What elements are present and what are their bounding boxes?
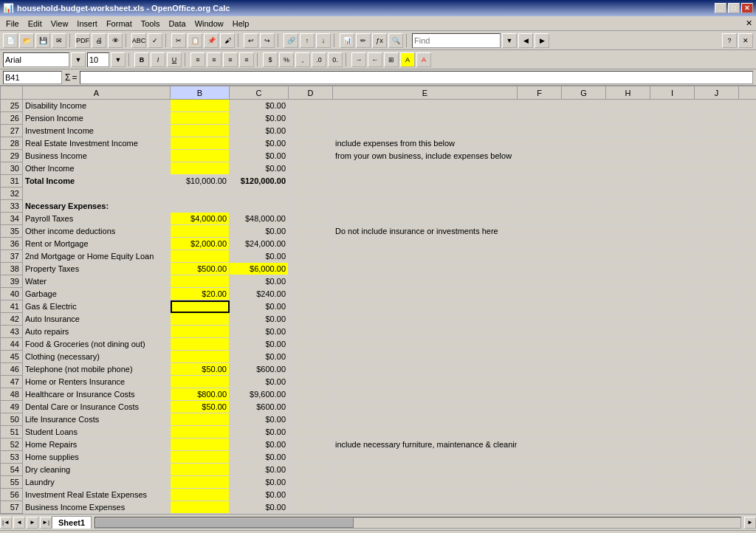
menu-help[interactable]: Help <box>228 18 254 30</box>
col-header-c[interactable]: C <box>230 86 289 100</box>
cell-j29[interactable] <box>695 150 739 162</box>
menu-edit[interactable]: Edit <box>24 18 47 30</box>
cell-b45[interactable] <box>171 351 230 363</box>
cell-h52[interactable] <box>606 439 650 451</box>
cell-e57[interactable] <box>333 501 518 514</box>
cell-c27[interactable]: $0.00 <box>230 125 289 137</box>
cell-j43[interactable] <box>695 326 739 338</box>
cell-a31[interactable]: Total Income <box>23 175 171 188</box>
col-header-h[interactable]: H <box>606 86 650 100</box>
maximize-button[interactable]: □ <box>728 3 740 13</box>
cell-a44[interactable]: Food & Groceries (not dining out) <box>23 338 171 351</box>
col-header-f[interactable]: F <box>518 86 562 100</box>
cell-d28[interactable] <box>289 137 333 150</box>
font-size-input[interactable] <box>87 52 109 67</box>
cell-j47[interactable] <box>695 376 739 388</box>
cell-k40[interactable] <box>739 288 757 300</box>
cell-j51[interactable] <box>695 426 739 439</box>
cell-i38[interactable] <box>650 263 695 275</box>
cell-e56[interactable] <box>333 489 518 501</box>
borders-button[interactable]: ⊞ <box>384 52 399 67</box>
cell-h40[interactable] <box>606 288 650 300</box>
cell-d49[interactable] <box>289 401 333 413</box>
cell-e48[interactable] <box>333 388 518 401</box>
decrease-decimal-button[interactable]: 0. <box>328 52 343 67</box>
cell-a55[interactable]: Laundry <box>23 476 171 489</box>
cell-k52[interactable] <box>739 439 757 451</box>
cell-j52[interactable] <box>695 439 739 451</box>
sort-desc-button[interactable]: ↓ <box>316 33 331 48</box>
cell-b40[interactable]: $20.00 <box>171 288 230 300</box>
cell-h47[interactable] <box>606 376 650 388</box>
cell-c50[interactable]: $0.00 <box>230 413 289 426</box>
cell-g32[interactable] <box>562 188 606 200</box>
cell-g57[interactable] <box>562 501 606 514</box>
menu-insert[interactable]: Insert <box>72 18 102 30</box>
cell-a26[interactable]: Pension Income <box>23 112 171 125</box>
cell-a40[interactable]: Garbage <box>23 288 171 300</box>
cell-g39[interactable] <box>562 275 606 288</box>
sheet-tab-sheet1[interactable]: Sheet1 <box>52 516 92 529</box>
cell-j32[interactable] <box>695 188 739 200</box>
cell-a33[interactable]: Necessary Expenses: <box>23 200 171 213</box>
cell-b37[interactable] <box>171 250 230 263</box>
cell-d37[interactable] <box>289 250 333 263</box>
cell-e39[interactable] <box>333 275 518 288</box>
cell-j34[interactable] <box>695 213 739 225</box>
cell-d39[interactable] <box>289 275 333 288</box>
cell-b35[interactable] <box>171 225 230 238</box>
cell-a56[interactable]: Investment Real Estate Expenses <box>23 489 171 501</box>
cell-g52[interactable] <box>562 439 606 451</box>
col-header-j[interactable]: J <box>695 86 739 100</box>
cell-k27[interactable] <box>739 125 757 137</box>
cell-j38[interactable] <box>695 263 739 275</box>
cell-b29[interactable] <box>171 150 230 162</box>
cell-d45[interactable] <box>289 351 333 363</box>
new-button[interactable]: 📄 <box>3 33 18 48</box>
cell-a47[interactable]: Home or Renters Insurance <box>23 376 171 388</box>
font-color-button[interactable]: A <box>416 52 431 67</box>
align-left-button[interactable]: ≡ <box>190 52 205 67</box>
cell-f35[interactable] <box>518 225 562 238</box>
cell-a57[interactable]: Business Income Expenses <box>23 501 171 514</box>
cell-k50[interactable] <box>739 413 757 426</box>
cell-i51[interactable] <box>650 426 695 439</box>
cell-i31[interactable] <box>650 175 695 188</box>
cell-f30[interactable] <box>518 162 562 175</box>
cell-f41[interactable] <box>518 300 562 313</box>
cell-e32[interactable] <box>333 188 518 200</box>
cell-b44[interactable] <box>171 338 230 351</box>
indent-more-button[interactable]: → <box>351 52 366 67</box>
cell-j46[interactable] <box>695 363 739 376</box>
align-right-button[interactable]: ≡ <box>223 52 238 67</box>
chart-button[interactable]: 📊 <box>340 33 354 48</box>
cell-f52[interactable] <box>518 439 562 451</box>
cell-j36[interactable] <box>695 238 739 250</box>
cell-i52[interactable] <box>650 439 695 451</box>
cell-f45[interactable] <box>518 351 562 363</box>
find-toolbar-button[interactable]: ▶ <box>535 33 549 48</box>
cell-h39[interactable] <box>606 275 650 288</box>
find-button[interactable]: ▼ <box>502 33 517 48</box>
clone-button[interactable]: 🖌 <box>220 33 235 48</box>
cell-e49[interactable] <box>333 401 518 413</box>
cell-i33[interactable] <box>650 200 695 213</box>
cell-c56[interactable]: $0.00 <box>230 489 289 501</box>
cell-d57[interactable] <box>289 501 333 514</box>
cell-e37[interactable] <box>333 250 518 263</box>
cell-c30[interactable]: $0.00 <box>230 162 289 175</box>
cell-a53[interactable]: Home supplies <box>23 451 171 464</box>
cell-d52[interactable] <box>289 439 333 451</box>
cell-b50[interactable] <box>171 413 230 426</box>
cell-c25[interactable]: $0.00 <box>230 100 289 112</box>
cell-i25[interactable] <box>650 100 695 112</box>
cell-b28[interactable] <box>171 137 230 150</box>
cell-i55[interactable] <box>650 476 695 489</box>
cell-i34[interactable] <box>650 213 695 225</box>
cell-i44[interactable] <box>650 338 695 351</box>
cell-b36[interactable]: $2,000.00 <box>171 238 230 250</box>
cell-d29[interactable] <box>289 150 333 162</box>
cell-b52[interactable] <box>171 439 230 451</box>
cell-g36[interactable] <box>562 238 606 250</box>
cell-g33[interactable] <box>562 200 606 213</box>
